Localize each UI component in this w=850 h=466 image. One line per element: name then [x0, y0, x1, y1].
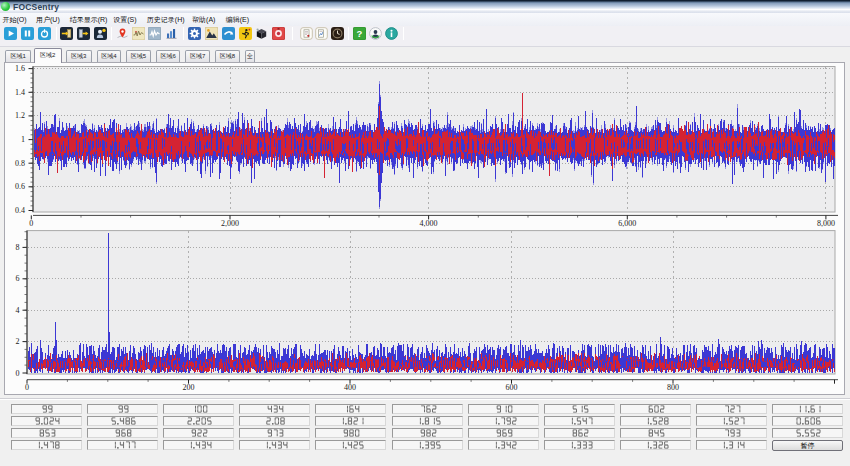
- svg-text:?: ?: [357, 28, 363, 39]
